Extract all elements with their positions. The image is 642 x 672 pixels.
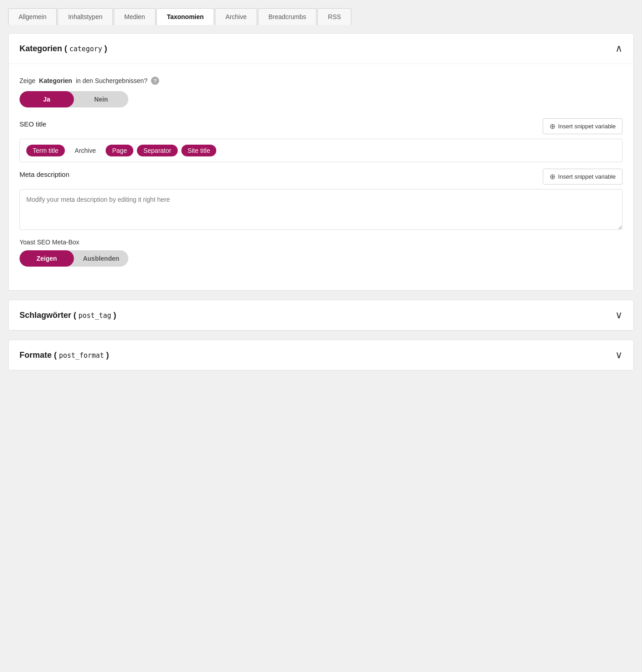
tab-allgemein[interactable]: Allgemein [8,8,57,25]
section-header-formate[interactable]: Formate ( post_format )∨ [9,340,633,370]
yes-no-toggle[interactable]: JaNein [19,91,128,107]
section-kategorien: Kategorien ( category )∧Zeige Kategorien… [8,33,634,291]
insert-snippet-button-meta[interactable]: ⊕ Insert snippet variable [543,169,623,185]
meta-description-textarea[interactable] [19,189,623,230]
token-pill-1[interactable]: Archive [68,145,102,156]
help-icon[interactable]: ? [151,77,159,85]
chevron-down-icon: ∨ [615,349,623,361]
section-formate: Formate ( post_format )∨ [8,340,634,370]
tab-archive[interactable]: Archive [215,8,257,25]
tab-inhaltstypen[interactable]: Inhaltstypen [58,8,113,25]
token-pill-2[interactable]: Page [106,145,133,156]
seo-title-row: SEO title⊕ Insert snippet variable [19,118,623,134]
section-title-kategorien: Kategorien ( category ) [19,44,107,54]
yoast-metabox-section: Yoast SEO Meta-BoxZeigenAusblenden [19,239,623,267]
main-content: Kategorien ( category )∧Zeige Kategorien… [0,25,642,388]
chevron-down-icon: ∨ [615,309,623,321]
show-hide-toggle[interactable]: ZeigenAusblenden [19,250,128,267]
tab-medien[interactable]: Medien [114,8,156,25]
section-header-schlagwoerter[interactable]: Schlagwörter ( post_tag )∨ [9,300,633,330]
toggle-show-option[interactable]: Zeigen [19,250,74,267]
token-pill-3[interactable]: Separator [137,145,177,156]
seo-title-label: SEO title [19,118,46,128]
chevron-up-icon: ∧ [615,43,623,54]
toggle-hide-option[interactable]: Ausblenden [74,250,128,267]
section-title-schlagwoerter: Schlagwörter ( post_tag ) [19,311,116,320]
token-pill-4[interactable]: Site title [181,145,217,156]
meta-description-label: Meta description [19,169,69,178]
toggle-question: Zeige Kategorien in den Suchergebnissen?… [19,77,623,85]
insert-snippet-button-seo[interactable]: ⊕ Insert snippet variable [543,118,623,134]
toggle-no-option[interactable]: Nein [74,91,128,107]
yoast-metabox-label: Yoast SEO Meta-Box [19,239,623,246]
token-pills-row: Term titleArchivePageSeparatorSite title [19,139,623,162]
tab-taxonomien[interactable]: Taxonomien [156,8,214,25]
section-title-formate: Formate ( post_format ) [19,351,109,360]
section-body-kategorien: Zeige Kategorien in den Suchergebnissen?… [9,63,633,290]
toggle-yes-option[interactable]: Ja [19,91,74,107]
plus-circle-icon: ⊕ [550,122,555,131]
token-pill-0[interactable]: Term title [26,145,65,156]
plus-circle-icon-2: ⊕ [550,172,555,181]
tab-bar: AllgemeinInhaltstypenMedienTaxonomienArc… [0,0,642,25]
section-header-kategorien[interactable]: Kategorien ( category )∧ [9,34,633,63]
tab-breadcrumbs[interactable]: Breadcrumbs [258,8,316,25]
meta-description-row: Meta description⊕ Insert snippet variabl… [19,169,623,185]
section-schlagwoerter: Schlagwörter ( post_tag )∨ [8,300,634,331]
tab-rss[interactable]: RSS [317,8,351,25]
